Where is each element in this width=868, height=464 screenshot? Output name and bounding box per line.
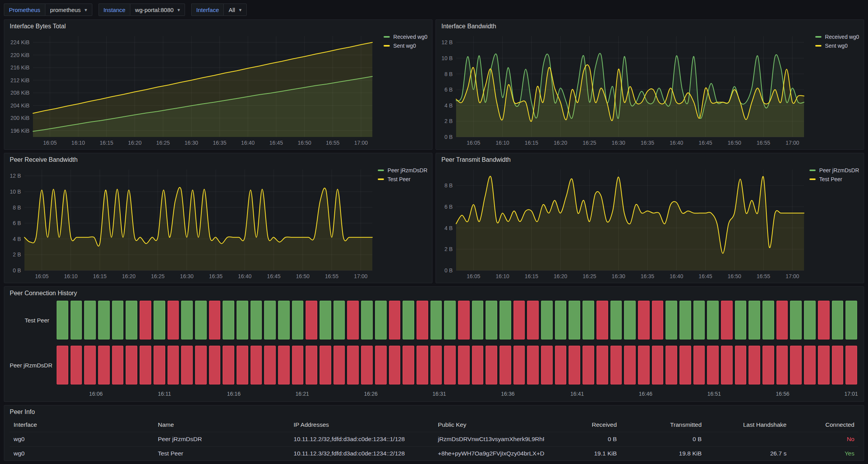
state-down-bar (417, 346, 428, 384)
var-value-dropdown[interactable]: All ▾ (223, 3, 246, 16)
timeline-axis-tick: 16:26 (364, 391, 377, 397)
state-down-bar (223, 346, 234, 384)
x-axis-tick-label: 16:50 (296, 273, 310, 279)
chart-plot-area[interactable]: 0 B2 B4 B6 B8 B10 B12 B16:0516:1016:1516… (7, 166, 374, 281)
chart-legend: Peer jRzmDsDRTest Peer (809, 167, 859, 182)
timeline-bars (55, 301, 858, 339)
state-up-bar (707, 301, 719, 339)
state-up-bar (680, 301, 691, 339)
chart-plot-area[interactable]: 0 B2 B4 B6 B8 B16:0516:1016:1516:2016:25… (438, 166, 806, 281)
column-header-interface[interactable]: Interface (10, 418, 154, 432)
column-header-public-key[interactable]: Public Key (434, 418, 544, 432)
state-down-bar (444, 346, 456, 384)
x-axis-tick-label: 16:40 (670, 273, 683, 279)
panel-title[interactable]: Peer Info (4, 405, 864, 417)
y-axis-tick-label: 196 KiB (10, 128, 29, 134)
var-value-dropdown[interactable]: prometheus ▾ (45, 3, 92, 16)
y-axis-tick-label: 216 KiB (10, 64, 29, 71)
legend-item-test-peer[interactable]: Test Peer (809, 176, 859, 182)
state-down-bar (597, 301, 608, 339)
chart-plot-area[interactable]: 0 B2 B4 B6 B8 B10 B12 B16:0516:1016:1516… (438, 32, 806, 148)
state-up-bar (583, 301, 594, 339)
state-timeline[interactable]: Test PeerPeer jRzmDsDR 16:0616:1116:1616… (4, 298, 864, 398)
legend-label: Sent wg0 (825, 43, 847, 49)
x-axis-tick-label: 16:40 (670, 140, 683, 146)
state-up-bar (154, 301, 165, 339)
state-down-bar (624, 346, 636, 384)
timeline-axis-tick: 16:41 (570, 391, 584, 397)
var-interface: Interface All ▾ (191, 3, 247, 16)
state-up-bar (472, 301, 484, 339)
chart-legend: Peer jRzmDsDRTest Peer (378, 167, 427, 182)
y-axis-tick-label: 208 KiB (10, 90, 29, 96)
table-row: wg0Peer jRzmDsDR10.11.12.2/32,fdfd:d3ad:… (10, 432, 858, 447)
state-down-bar (251, 346, 262, 384)
cell-interface: wg0 (10, 432, 154, 447)
panel-title[interactable]: Interface Bytes Total (4, 20, 432, 31)
chevron-down-icon: ▾ (85, 7, 87, 12)
panel-title[interactable]: Peer Receive Bandwidth (4, 153, 432, 165)
state-down-bar (818, 346, 830, 384)
state-down-bar (361, 346, 373, 384)
x-axis-tick-label: 17:00 (786, 273, 799, 279)
x-axis-tick-label: 16:45 (699, 273, 712, 279)
legend-item-peer-jrzmdsdr[interactable]: Peer jRzmDsDR (378, 167, 427, 173)
column-header-received[interactable]: Received (544, 418, 621, 432)
state-up-bar (555, 301, 567, 339)
state-down-bar (389, 301, 401, 339)
state-down-bar (347, 301, 359, 339)
panel-title[interactable]: Interface Bandwidth (436, 20, 864, 31)
variables-bar: Prometheus prometheus ▾ Instance wg-port… (4, 3, 864, 16)
legend-item-received-wg0[interactable]: Received wg0 (384, 34, 427, 40)
chart-plot-area[interactable]: 196 KiB200 KiB204 KiB208 KiB212 KiB216 K… (7, 32, 374, 148)
x-axis-tick-label: 16:15 (93, 273, 107, 279)
y-axis-tick-label: 4 B (13, 236, 21, 242)
state-up-bar (541, 301, 553, 339)
state-down-bar (514, 301, 525, 339)
x-axis-tick-label: 16:15 (525, 140, 538, 146)
legend-item-received-wg0[interactable]: Received wg0 (815, 34, 859, 40)
y-axis-tick-label: 0 B (444, 134, 453, 140)
column-header-connected[interactable]: Connected (790, 418, 858, 432)
panel-row-1: Interface Bytes Total Received wg0Sent w… (4, 19, 864, 150)
state-up-bar (98, 301, 110, 339)
timeline-axis-tick: 16:11 (158, 391, 171, 397)
cell-connected: No (790, 432, 858, 447)
y-axis-tick-label: 224 KiB (10, 39, 29, 45)
column-header-ip-addresses[interactable]: IP Addresses (290, 418, 434, 432)
panel-title[interactable]: Peer Transmit Bandwidth (436, 153, 864, 165)
state-up-bar (610, 301, 622, 339)
legend-label: Received wg0 (825, 34, 859, 40)
state-down-bar (154, 346, 165, 384)
column-header-last-handshake[interactable]: Last Handshake (705, 418, 790, 432)
state-down-bar (763, 346, 774, 384)
legend-item-sent-wg0[interactable]: Sent wg0 (815, 43, 859, 49)
x-axis-tick-label: 16:15 (525, 273, 538, 279)
column-header-name[interactable]: Name (154, 418, 290, 432)
x-axis-tick-label: 16:25 (151, 273, 164, 279)
x-axis-tick-label: 16:50 (728, 273, 741, 279)
state-down-bar (168, 301, 179, 339)
chart-legend: Received wg0Sent wg0 (384, 34, 427, 49)
state-up-bar (251, 301, 262, 339)
chart-svg: 0 B2 B4 B6 B8 B16:0516:1016:1516:2016:25… (438, 166, 806, 281)
x-axis-tick-label: 16:35 (641, 273, 654, 279)
x-axis-tick-label: 16:20 (554, 273, 567, 279)
cell-name: Test Peer (154, 447, 290, 461)
x-axis-tick-label: 16:55 (757, 273, 770, 279)
state-up-bar (181, 301, 193, 339)
timeline-row: Peer jRzmDsDR (10, 346, 858, 384)
var-value-dropdown[interactable]: wg-portal:8080 ▾ (130, 3, 185, 16)
legend-item-sent-wg0[interactable]: Sent wg0 (384, 43, 427, 49)
y-axis-tick-label: 12 B (10, 173, 21, 179)
legend-item-peer-jrzmdsdr[interactable]: Peer jRzmDsDR (809, 167, 859, 173)
column-header-transmitted[interactable]: Transmitted (621, 418, 705, 432)
state-down-bar (237, 346, 248, 384)
panel-peer-connection-history: Peer Connection History Test PeerPeer jR… (4, 286, 864, 402)
state-down-bar (181, 346, 193, 384)
state-down-bar (458, 301, 470, 339)
legend-item-test-peer[interactable]: Test Peer (378, 176, 427, 182)
state-down-bar (500, 346, 511, 384)
panel-title[interactable]: Peer Connection History (4, 287, 864, 298)
state-down-bar (486, 346, 497, 384)
